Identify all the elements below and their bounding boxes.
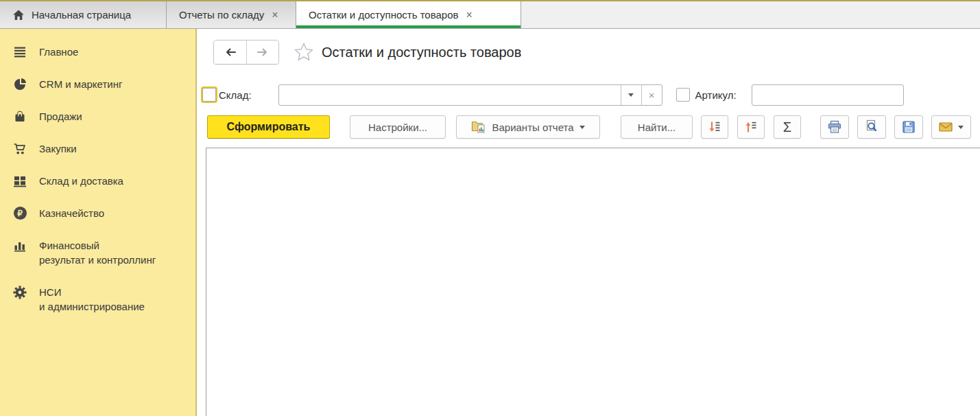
- printer-icon: [827, 120, 842, 134]
- sidebar-item-crm-marketing[interactable]: CRM и маркетинг: [0, 68, 195, 100]
- ruble-coin-icon: ₽: [12, 207, 27, 220]
- warehouse-input[interactable]: [279, 85, 621, 105]
- bar-chart-icon: [12, 239, 27, 253]
- back-button[interactable]: [214, 41, 246, 64]
- settings-button[interactable]: Настройки...: [350, 115, 446, 139]
- sidebar-item-treasury[interactable]: ₽ Казначейство: [0, 197, 195, 229]
- sidebar-item-label: НСИ и администрирование: [39, 285, 145, 314]
- menu-icon: [12, 45, 27, 59]
- send-email-button[interactable]: [931, 115, 971, 139]
- cart-icon: [12, 142, 27, 156]
- sidebar-item-label: Финансовый результат и контроллинг: [39, 238, 156, 267]
- generate-report-button[interactable]: Сформировать: [207, 115, 330, 139]
- close-icon[interactable]: ×: [465, 10, 473, 21]
- sigma-icon: Σ: [783, 119, 791, 135]
- report-toolbar: Сформировать Настройки... Варианты отчет…: [197, 115, 971, 139]
- totals-sigma-button[interactable]: Σ: [774, 115, 801, 139]
- home-icon: [12, 10, 25, 21]
- sidebar-item-label: Склад и доставка: [39, 174, 123, 188]
- warehouse-icon: [12, 174, 27, 188]
- floppy-disk-icon: [902, 120, 916, 134]
- save-button[interactable]: [894, 115, 923, 139]
- report-result-area: [206, 148, 980, 416]
- find-button[interactable]: Найти...: [621, 115, 693, 139]
- sidebar-item-label: Продажи: [39, 109, 82, 124]
- pie-chart-icon: [12, 78, 27, 91]
- sort-descending-icon: [708, 120, 721, 134]
- sort-ascending-icon: [744, 120, 758, 134]
- tab-label: Отчеты по складу: [179, 9, 264, 21]
- chevron-down-icon: [628, 93, 634, 97]
- warehouse-dropdown-button[interactable]: [621, 85, 641, 105]
- gear-icon: [12, 286, 27, 299]
- sidebar-item-label: Казначейство: [39, 206, 104, 220]
- tab-home-page[interactable]: Начальная страница: [0, 1, 167, 28]
- favorite-star-icon[interactable]: [294, 42, 314, 62]
- forward-button[interactable]: [246, 41, 278, 64]
- sidebar-item-main[interactable]: Главное: [0, 36, 195, 68]
- report-variants-button[interactable]: Варианты отчета: [456, 115, 600, 139]
- active-tab-underline: [296, 25, 521, 28]
- article-filter-checkbox[interactable]: [676, 88, 690, 102]
- sidebar-item-financial-result[interactable]: Финансовый результат и контроллинг: [0, 229, 195, 276]
- sidebar-item-nsi-administration[interactable]: НСИ и администрирование: [0, 276, 195, 323]
- page-title: Остатки и доступность товаров: [322, 45, 521, 60]
- article-input[interactable]: [752, 84, 904, 106]
- report-variant-folder-icon: [471, 119, 486, 135]
- tab-label: Остатки и доступность товаров: [309, 9, 458, 21]
- warehouse-combo-field: ×: [278, 84, 662, 106]
- back-arrow-icon: [224, 47, 237, 57]
- clear-icon: ×: [649, 90, 655, 100]
- document-search-icon: [864, 119, 879, 135]
- warehouse-filter-label: Склад:: [219, 89, 252, 101]
- sort-ascending-button[interactable]: [737, 115, 765, 139]
- print-preview-button[interactable]: [857, 115, 886, 139]
- sidebar-item-purchasing[interactable]: Закупки: [0, 132, 195, 165]
- sidebar-item-label: Закупки: [39, 141, 77, 156]
- warehouse-clear-button[interactable]: ×: [641, 85, 662, 105]
- envelope-icon: [939, 122, 953, 132]
- tab-stock-availability[interactable]: Остатки и доступность товаров ×: [296, 1, 521, 28]
- forward-arrow-icon: [256, 47, 269, 57]
- chevron-down-icon: [579, 126, 585, 129]
- filter-row: Склад: × Артикул:: [197, 84, 904, 106]
- close-icon[interactable]: ×: [271, 10, 278, 21]
- warehouse-filter-checkbox[interactable]: [202, 88, 216, 102]
- report-variants-label: Варианты отчета: [492, 122, 573, 133]
- tab-label: Начальная страница: [32, 9, 131, 21]
- shopping-bag-icon: [12, 110, 27, 124]
- history-nav-group: [213, 40, 279, 65]
- tab-bar-empty-space: [521, 1, 980, 28]
- tab-warehouse-reports[interactable]: Отчеты по складу ×: [167, 1, 296, 28]
- article-filter-label: Артикул:: [695, 89, 737, 101]
- sidebar: Главное CRM и маркетинг Продажи: [0, 29, 197, 416]
- sort-descending-button[interactable]: [701, 115, 728, 139]
- navigation-row: Остатки и доступность товаров: [197, 40, 521, 65]
- sidebar-item-sales[interactable]: Продажи: [0, 100, 195, 132]
- main-content: Остатки и доступность товаров Склад: × А…: [197, 29, 980, 416]
- app-window: Начальная страница Отчеты по складу × Ос…: [0, 0, 980, 416]
- print-button[interactable]: [820, 115, 849, 139]
- sidebar-item-label: Главное: [39, 45, 78, 59]
- tab-bar: Начальная страница Отчеты по складу × Ос…: [0, 0, 980, 29]
- sidebar-item-label: CRM и маркетинг: [39, 77, 122, 91]
- sidebar-item-warehouse-delivery[interactable]: Склад и доставка: [0, 165, 195, 197]
- chevron-down-icon: [958, 126, 964, 129]
